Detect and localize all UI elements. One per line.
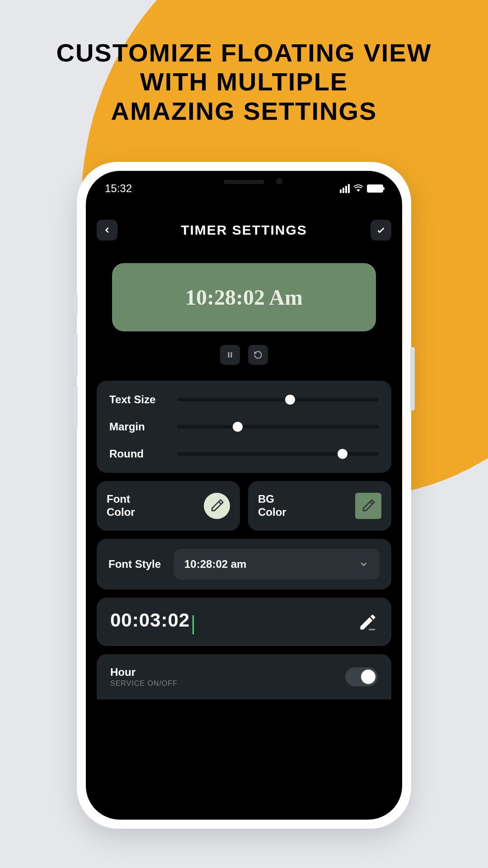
font-color-swatch[interactable] (204, 493, 230, 519)
text-size-slider[interactable] (177, 398, 379, 401)
bg-color-card[interactable]: BGColor (248, 481, 391, 531)
pause-button[interactable] (220, 345, 240, 365)
promo-headline: CUSTOMIZE FLOATING VIEW WITH MULTIPLE AM… (0, 0, 488, 126)
round-slider[interactable] (177, 452, 379, 456)
edit-button[interactable] (358, 612, 378, 632)
font-style-label: Font Style (108, 558, 161, 571)
text-size-label: Text Size (109, 393, 177, 406)
font-style-dropdown[interactable]: 10:28:02 am (174, 549, 380, 580)
hour-subtitle: SERVICE ON/OFF (110, 679, 178, 688)
phone-mockup: 15:32 TIMER SETTINGS 10:28:02 Am (77, 162, 411, 829)
font-color-label: FontColor (107, 493, 135, 519)
svg-rect-0 (228, 352, 230, 358)
font-style-card: Font Style 10:28:02 am (97, 539, 391, 590)
reset-button[interactable] (248, 345, 268, 365)
margin-slider[interactable] (177, 425, 379, 429)
hour-card: Hour SERVICE ON/OFF (97, 654, 391, 699)
timer-value: 00:03:02 (110, 609, 190, 631)
timer-value-card: 00:03:02 (97, 598, 391, 646)
bg-color-label: BGColor (258, 493, 286, 519)
signal-icon (340, 184, 350, 193)
status-time: 15:32 (105, 182, 132, 195)
sliders-card: Text Size Margin Round (97, 381, 391, 473)
margin-label: Margin (109, 420, 177, 433)
round-label: Round (109, 448, 177, 460)
font-style-selected: 10:28:02 am (184, 558, 246, 571)
bg-color-swatch[interactable] (355, 493, 381, 519)
svg-rect-1 (231, 352, 232, 358)
battery-icon (367, 184, 383, 193)
hour-toggle[interactable] (345, 667, 378, 686)
chevron-down-icon (359, 559, 369, 569)
headline-line-1: CUSTOMIZE FLOATING VIEW (0, 38, 488, 67)
svg-rect-2 (369, 628, 375, 630)
eyedropper-icon (361, 499, 375, 513)
confirm-button[interactable] (371, 220, 391, 241)
headline-line-3: AMAZING SETTINGS (0, 97, 488, 126)
eyedropper-icon (210, 499, 224, 513)
hour-title: Hour (110, 666, 178, 679)
font-color-card[interactable]: FontColor (97, 481, 240, 531)
headline-line-2: WITH MULTIPLE (0, 67, 488, 96)
wifi-icon (353, 184, 363, 193)
back-button[interactable] (97, 220, 117, 241)
preview-time: 10:28:02 Am (121, 285, 367, 310)
page-title: TIMER SETTINGS (181, 222, 307, 238)
timer-preview: 10:28:02 Am (112, 263, 376, 331)
